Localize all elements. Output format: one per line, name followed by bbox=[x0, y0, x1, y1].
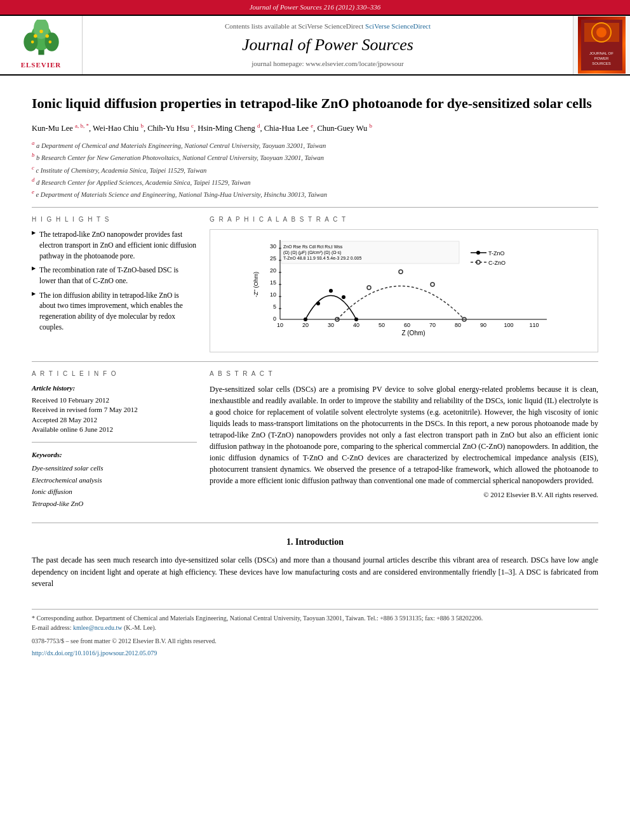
keywords-label: Keywords: bbox=[32, 450, 197, 460]
affiliation-d: d d Research Center for Applied Sciences… bbox=[32, 176, 598, 187]
doi-line: http://dx.doi.org/10.1016/j.jpowsour.201… bbox=[32, 648, 598, 658]
keyword-2: Electrochemical analysis bbox=[32, 474, 197, 486]
intro-heading: 1. Introduction bbox=[32, 536, 598, 549]
svg-point-47 bbox=[329, 289, 333, 293]
keyword-3: Ionic diffusion bbox=[32, 486, 197, 498]
email-line: E-mail address: kmlee@ncu.edu.tw (K.-M. … bbox=[32, 623, 598, 632]
svg-text:30: 30 bbox=[328, 322, 334, 328]
abstract-col: A B S T R A C T Dye-sensitized solar cel… bbox=[210, 370, 598, 513]
sciverse-line: Contents lists available at SciVerse Sci… bbox=[225, 22, 431, 31]
highlights-list: The tetrapod-like ZnO nanopowder provide… bbox=[32, 229, 197, 332]
email-link[interactable]: kmlee@ncu.edu.tw bbox=[73, 624, 123, 631]
keyword-4: Tetrapod-like ZnO bbox=[32, 498, 197, 510]
corresponding-author-note: * Corresponding author. Department of Ch… bbox=[32, 613, 598, 623]
graphical-abstract-box: 0 5 10 15 20 25 30 -Z'' (Ohm) 10 bbox=[210, 229, 598, 352]
section-divider-3 bbox=[32, 442, 197, 443]
received-date: Received 10 February 2012 bbox=[32, 396, 197, 405]
svg-text:5: 5 bbox=[273, 303, 276, 310]
section-divider-4 bbox=[32, 523, 598, 523]
svg-text:50: 50 bbox=[379, 322, 385, 328]
svg-point-46 bbox=[316, 302, 320, 305]
keywords-block: Keywords: Dye-sensitized solar cells Ele… bbox=[32, 450, 197, 509]
svg-text:110: 110 bbox=[529, 322, 539, 328]
affiliation-e: e e Department of Materials Science and … bbox=[32, 188, 598, 199]
main-content: Ionic liquid diffusion properties in tet… bbox=[0, 76, 630, 670]
svg-point-7 bbox=[39, 30, 43, 34]
highlights-heading: H I G H L I G H T S bbox=[32, 215, 197, 224]
abstract-text: Dye-sensitized solar cells (DSCs) are a … bbox=[210, 383, 598, 486]
svg-text:80: 80 bbox=[455, 322, 461, 328]
svg-text:20: 20 bbox=[270, 267, 276, 274]
svg-point-13 bbox=[596, 27, 607, 37]
journal-title-main: Journal of Power Sources bbox=[242, 34, 413, 57]
sciverse-link[interactable]: SciVerse ScienceDirect bbox=[365, 22, 431, 30]
elsevier-wordmark: ELSEVIER bbox=[21, 60, 62, 70]
svg-text:10: 10 bbox=[277, 322, 283, 328]
journal-homepage: journal homepage: www.elsevier.com/locat… bbox=[251, 59, 403, 69]
intro-text: The past decade has seen much research i… bbox=[32, 554, 598, 590]
svg-point-53 bbox=[431, 283, 434, 286]
highlight-item-2: The recombination rate of T-ZnO-based DS… bbox=[32, 265, 197, 286]
accepted-date: Accepted 28 May 2012 bbox=[32, 415, 197, 425]
svg-text:40: 40 bbox=[353, 322, 359, 328]
article-title: Ionic liquid diffusion properties in tet… bbox=[32, 95, 598, 113]
svg-text:90: 90 bbox=[480, 322, 486, 328]
info-abstract-row: A R T I C L E I N F O Article history: R… bbox=[32, 370, 598, 513]
available-online: Available online 6 June 2012 bbox=[32, 425, 197, 434]
svg-point-48 bbox=[342, 295, 345, 299]
svg-text:ZnO    Rse    Rs    Cdl    Rct: ZnO Rse Rs Cdl Rct Rs,t Wss bbox=[283, 244, 343, 249]
svg-text:POWER: POWER bbox=[594, 57, 609, 60]
svg-text:70: 70 bbox=[429, 322, 436, 328]
introduction-section: 1. Introduction The past decade has seen… bbox=[32, 536, 598, 590]
received-revised: Received in revised form 7 May 2012 bbox=[32, 405, 197, 415]
svg-text:(Ω)   (Ω)  (μF) (Ω/cm²) (Ω)  (: (Ω) (Ω) (μF) (Ω/cm²) (Ω) (Ω·s) bbox=[283, 250, 341, 255]
elsevier-logo-area: ELSEVIER bbox=[0, 16, 83, 74]
svg-text:25: 25 bbox=[270, 255, 276, 262]
affiliation-c: c c Institute of Chemistry, Academia Sin… bbox=[32, 164, 598, 175]
svg-point-45 bbox=[304, 317, 307, 321]
svg-text:T-ZnO 48.8 11.9 93.4 5.4e-3  2: T-ZnO 48.8 11.9 93.4 5.4e-3 29.2 0.005 bbox=[283, 256, 361, 260]
svg-point-52 bbox=[399, 270, 403, 274]
svg-point-5 bbox=[34, 34, 37, 38]
highlight-item-3: The ion diffusion ability in tetrapod-li… bbox=[32, 290, 197, 333]
svg-text:15: 15 bbox=[270, 279, 276, 286]
email-label: E-mail address: bbox=[32, 624, 71, 631]
cover-image-icon: JOURNAL OF POWER SOURCES bbox=[581, 20, 622, 70]
svg-text:60: 60 bbox=[404, 322, 410, 328]
svg-point-49 bbox=[354, 317, 358, 321]
article-info-heading: A R T I C L E I N F O bbox=[32, 370, 197, 378]
journal-citation-text: Journal of Power Sources 216 (2012) 330–… bbox=[250, 3, 381, 11]
svg-point-51 bbox=[367, 286, 371, 290]
svg-text:T-ZnO: T-ZnO bbox=[488, 250, 505, 257]
affiliation-a: a a Department of Chemical and Materials… bbox=[32, 139, 598, 150]
journal-header: ELSEVIER Contents lists available at Sci… bbox=[0, 15, 630, 75]
highlights-abstract-row: H I G H L I G H T S The tetrapod-like Zn… bbox=[32, 215, 598, 352]
affiliations: a a Department of Chemical and Materials… bbox=[32, 139, 598, 199]
svg-text:SOURCES: SOURCES bbox=[592, 62, 611, 65]
journal-center-area: Contents lists available at SciVerse Sci… bbox=[83, 16, 573, 74]
svg-text:C-ZnO: C-ZnO bbox=[488, 260, 506, 266]
svg-text:Z (Ohm): Z (Ohm) bbox=[401, 330, 425, 337]
svg-text:-Z'' (Ohm): -Z'' (Ohm) bbox=[253, 272, 259, 297]
history-label: Article history: bbox=[32, 383, 197, 393]
elsevier-tree-icon bbox=[16, 20, 67, 58]
svg-text:20: 20 bbox=[302, 322, 309, 328]
email-suffix: (K.-M. Lee). bbox=[124, 624, 156, 631]
article-info-col: A R T I C L E I N F O Article history: R… bbox=[32, 370, 197, 513]
abstract-heading: A B S T R A C T bbox=[210, 370, 598, 378]
svg-text:100: 100 bbox=[504, 322, 513, 328]
footnote-area: * Corresponding author. Department of Ch… bbox=[32, 609, 598, 658]
svg-text:30: 30 bbox=[270, 243, 276, 250]
issn-line: 0378-7753/$ – see front matter © 2012 El… bbox=[32, 636, 598, 646]
keyword-1: Dye-sensitized solar cells bbox=[32, 462, 197, 474]
copyright-line: © 2012 Elsevier B.V. All rights reserved… bbox=[210, 490, 598, 500]
section-divider-1 bbox=[32, 207, 598, 208]
svg-text:0: 0 bbox=[273, 316, 276, 322]
svg-point-56 bbox=[476, 251, 480, 255]
author-list: Kun-Mu Lee a, b, *, Wei-Hao Chiu b, Chih… bbox=[32, 124, 372, 133]
svg-point-8 bbox=[30, 41, 34, 44]
authors-line: Kun-Mu Lee a, b, *, Wei-Hao Chiu b, Chih… bbox=[32, 121, 598, 134]
graphical-abstract-heading: G R A P H I C A L A B S T R A C T bbox=[210, 215, 598, 224]
journal-citation-bar: Journal of Power Sources 216 (2012) 330–… bbox=[0, 0, 630, 15]
doi-link[interactable]: http://dx.doi.org/10.1016/j.jpowsour.201… bbox=[32, 650, 157, 657]
